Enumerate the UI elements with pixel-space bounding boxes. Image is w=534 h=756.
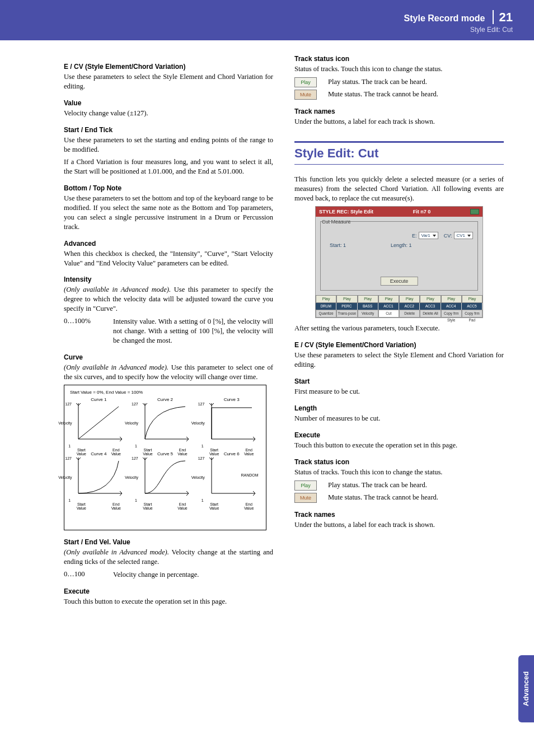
intensity-range: 0…100% [64,317,102,346]
sev-desc: Velocity change in percentage. [113,570,273,580]
curve-6: Curve 6 Velocity 127 1 RANDOM Start Valu… [203,451,260,501]
heading-start-end-vel: Start / End Vel. Value [64,538,273,546]
svg-line-2 [78,407,119,439]
screenshot-style-edit-cut: STYLE REC: Style Edit Fit n7 0 Cut Measu… [315,206,483,318]
heading-bottom-top-note: Bottom / Top Note [64,184,273,192]
track-play-button[interactable]: Play [378,295,399,303]
heading-length: Length [294,404,504,412]
tab-copy-pad[interactable]: Copy frm Pad [462,310,483,318]
curve-2: Curve 2 Velocity 127 1 Start Value End V… [137,397,194,447]
heading-value: Value [64,99,273,107]
x-end-label: End Value [107,448,124,456]
tab-copy-style[interactable]: Copy frm Style [441,310,462,318]
heading-start: Start [294,377,504,385]
text-execute-left: Touch this button to execute the operati… [64,597,273,606]
track-play-button[interactable]: Play [441,295,462,303]
x-start-label: Start Value [73,448,90,456]
intensity-desc: Intensity value. With a setting of 0 [%]… [113,317,273,346]
text-length: Number of measures to be cut. [294,414,504,423]
heading-advanced: Advanced [64,240,273,248]
play-status-button-2[interactable]: Play [294,480,317,491]
track-label: PERC [336,303,357,310]
tab-delete-all[interactable]: Delete All [420,310,441,318]
tab-cut[interactable]: Cut [378,310,399,318]
mute-status-button[interactable]: Mute [294,90,317,100]
curve-4: Curve 4 Velocity 127 1 Start Value End V… [70,451,128,501]
track-label: ACC3 [420,303,441,310]
menu-icon[interactable] [470,209,479,214]
track-label: DRUM [316,303,336,310]
track-label: BASS [358,303,378,310]
text-cut-intro: This function lets you quickly delete a … [294,175,504,203]
heading-start-end-tick: Start / End Tick [64,126,273,134]
side-tab-advanced[interactable]: Advanced [518,655,534,722]
track-label-row: DRUM PERC BASS ACC1 ACC2 ACC3 ACC4 ACC5 [316,303,483,310]
heading-track-names-2: Track names [294,511,504,519]
heading-track-status-icon: Track status icon [294,55,504,63]
cv-dropdown[interactable]: CV1 [454,232,473,239]
text-intensity: (Only available in Advanced mode). Use t… [64,285,273,314]
text-curve: (Only available in Advanced mode). Use t… [64,363,273,382]
text-adv: When this checkbox is checked, the "Inte… [64,249,273,268]
heading-tsi-2: Track status icon [294,458,504,466]
screenshot-titlebar: STYLE REC: Style Edit Fit n7 0 [316,207,483,217]
heading-ecv: E / CV (Style Element/Chord Variation) [64,63,273,71]
track-play-button[interactable]: Play [358,295,378,303]
track-status-row: Play Play Play Play Play Play Play Play [316,295,483,303]
text-start: First measure to be cut. [294,387,504,396]
heading-execute-left: Execute [64,587,273,595]
text-btn: Use these parameters to set the bottom a… [64,194,273,232]
heading-ecv-right: E / CV (Style Element/Chord Variation) [294,341,504,349]
tab-transpose[interactable]: Trans-pose [336,310,357,318]
text-ecv: Use these parameters to select the Style… [64,72,273,91]
play-status-desc-2: Play status. The track can be heard. [328,480,427,490]
track-play-button[interactable]: Play [462,295,483,303]
play-status-button[interactable]: Play [294,77,317,87]
track-play-button[interactable]: Play [399,295,420,303]
text-sev: (Only available in Advanced mode). Veloc… [64,548,273,567]
sev-range: 0…100 [64,570,102,580]
left-column: E / CV (Style Element/Chord Variation) U… [64,55,273,610]
start-field[interactable]: Start: 1 [330,242,346,248]
text-tsi-2: Status of tracks. Touch this icon to cha… [294,468,504,477]
tab-delete[interactable]: Delete [399,310,420,318]
text-ecv-right: Use these parameters to select the Style… [294,351,504,370]
mute-status-desc-2: Mute status. The track cannot be heard. [328,493,438,502]
heading-intensity: Intensity [64,276,273,283]
header-title: Style Record mode [404,13,485,23]
text-set2: If a Chord Variation is four measures lo… [64,157,273,176]
text-execute-right: Touch this button to execute the operati… [294,441,504,450]
text-value: Velocity change value (±127). [64,109,273,118]
heading-curve: Curve [64,353,273,361]
mute-status-button-2[interactable]: Mute [294,493,317,503]
text-tsi: Status of tracks. Touch this icon to cha… [294,64,504,74]
page-header: Style Record mode 21 Style Edit: Cut [0,0,534,40]
length-field[interactable]: Length: 1 [391,242,412,248]
header-page-number: 21 [493,10,513,24]
section-title-cut: Style Edit: Cut [294,141,504,165]
tab-quantize[interactable]: Quantize [316,310,336,318]
heading-execute-right: Execute [294,431,504,439]
e-dropdown[interactable]: Var1 [419,232,438,239]
curves-figure: Start Value = 0%, End Value = 100% Curve… [64,385,266,530]
track-label: ACC5 [462,303,483,310]
curve-3: Curve 3 Velocity 127 1 Start Value End V… [203,397,260,447]
tab-velocity[interactable]: Velocity [358,310,378,318]
track-label: ACC1 [378,303,399,310]
heading-track-names: Track names [294,108,504,115]
execute-button[interactable]: Execute [381,277,418,286]
track-label: ACC2 [399,303,420,310]
play-status-desc: Play status. The track can be heard. [328,77,427,87]
curve-5: Curve 5 Velocity 127 1 Start Value End V… [137,451,194,501]
sev-table: 0…100 Velocity change in percentage. [64,570,273,580]
track-play-button[interactable]: Play [420,295,441,303]
track-play-button[interactable]: Play [316,295,336,303]
text-track-names: Under the buttons, a label for each trac… [294,117,504,127]
curves-caption: Start Value = 0%, End Value = 100% [70,390,260,395]
text-set1: Use these parameters to set the starting… [64,136,273,155]
mute-status-desc: Mute status. The track cannot be heard. [328,90,438,99]
track-label: ACC4 [441,303,462,310]
intensity-table: 0…100% Intensity value. With a setting o… [64,317,273,346]
tab-row: Quantize Trans-pose Velocity Cut Delete … [316,310,483,318]
track-play-button[interactable]: Play [336,295,357,303]
